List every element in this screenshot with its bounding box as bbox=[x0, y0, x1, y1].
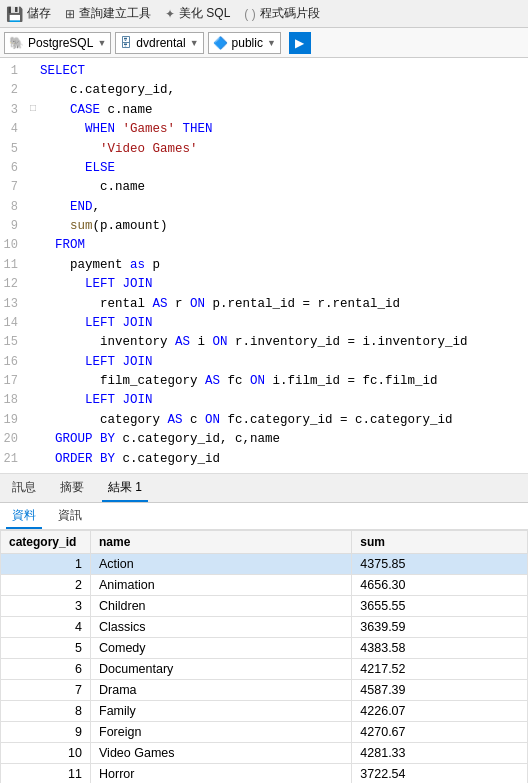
cell-sum: 4217.52 bbox=[352, 658, 528, 679]
run-button[interactable]: ▶ bbox=[289, 32, 311, 54]
save-icon: 💾 bbox=[6, 6, 23, 22]
token: p.rental_id = r.rental_id bbox=[205, 297, 400, 311]
query-label: 查詢建立工具 bbox=[79, 5, 151, 22]
token bbox=[40, 219, 70, 233]
cell-category-id: 5 bbox=[1, 637, 91, 658]
collapse-icon[interactable]: □ bbox=[26, 101, 40, 117]
token: SELECT bbox=[40, 64, 85, 78]
token: rental bbox=[40, 297, 153, 311]
schema-select[interactable]: 🔷 public ▼ bbox=[208, 32, 281, 54]
token: THEN bbox=[183, 122, 213, 136]
table-row[interactable]: 4Classics3639.59 bbox=[1, 616, 528, 637]
line-number: 21 bbox=[0, 450, 26, 469]
table-row[interactable]: 2Animation4656.30 bbox=[1, 574, 528, 595]
token: ORDER BY bbox=[40, 452, 115, 466]
line-number: 7 bbox=[0, 178, 26, 197]
table-row[interactable]: 11Horror3722.54 bbox=[1, 763, 528, 783]
token bbox=[115, 122, 123, 136]
query-builder-button[interactable]: ⊞ 查詢建立工具 bbox=[65, 5, 151, 22]
database-select[interactable]: 🗄 dvdrental ▼ bbox=[115, 32, 203, 54]
results-table: category_idnamesum 1Action4375.852Animat… bbox=[0, 530, 528, 783]
cell-category-id: 7 bbox=[1, 679, 91, 700]
code-content: category AS c ON fc.category_id = c.cate… bbox=[40, 411, 528, 430]
sql-line: 9 sum(p.amount) bbox=[0, 217, 528, 236]
save-button[interactable]: 💾 儲存 bbox=[6, 5, 51, 22]
token: AS bbox=[168, 413, 183, 427]
code-content: c.category_id, bbox=[40, 81, 528, 100]
line-number: 15 bbox=[0, 333, 26, 352]
sql-line: 11 payment as p bbox=[0, 256, 528, 275]
table-row[interactable]: 5Comedy4383.58 bbox=[1, 637, 528, 658]
column-header[interactable]: category_id bbox=[1, 530, 91, 553]
cell-category-id: 11 bbox=[1, 763, 91, 783]
sql-line: 20 GROUP BY c.category_id, c,name bbox=[0, 430, 528, 449]
schema-icon: 🔷 bbox=[213, 36, 228, 50]
connection-bar: 🐘 PostgreSQL ▼ 🗄 dvdrental ▼ 🔷 public ▼ … bbox=[0, 28, 528, 58]
token: c.category_id bbox=[115, 452, 220, 466]
sql-line: 10 FROM bbox=[0, 236, 528, 255]
beautify-button[interactable]: ✦ 美化 SQL bbox=[165, 5, 230, 22]
sub-tab[interactable]: 資訊 bbox=[52, 505, 88, 529]
column-header[interactable]: sum bbox=[352, 530, 528, 553]
bottom-tab[interactable]: 結果 1 bbox=[102, 476, 148, 502]
table-row[interactable]: 9Foreign4270.67 bbox=[1, 721, 528, 742]
line-number: 3 bbox=[0, 101, 26, 120]
table-row[interactable]: 8Family4226.07 bbox=[1, 700, 528, 721]
code-content: payment as p bbox=[40, 256, 528, 275]
db-engine-select[interactable]: 🐘 PostgreSQL ▼ bbox=[4, 32, 111, 54]
token: WHEN bbox=[85, 122, 115, 136]
table-row[interactable]: 1Action4375.85 bbox=[1, 553, 528, 574]
database-icon: 🗄 bbox=[120, 36, 132, 50]
sql-line: 19 category AS c ON fc.category_id = c.c… bbox=[0, 411, 528, 430]
pg-icon: 🐘 bbox=[9, 36, 24, 50]
cell-name: Action bbox=[91, 553, 352, 574]
sql-line: 6 ELSE bbox=[0, 159, 528, 178]
line-number: 5 bbox=[0, 140, 26, 159]
token bbox=[175, 122, 183, 136]
line-number: 8 bbox=[0, 198, 26, 217]
token: r bbox=[168, 297, 191, 311]
cell-name: Horror bbox=[91, 763, 352, 783]
token: c.name bbox=[100, 103, 153, 117]
token bbox=[40, 142, 100, 156]
cell-category-id: 9 bbox=[1, 721, 91, 742]
line-number: 10 bbox=[0, 236, 26, 255]
token: ON bbox=[205, 413, 220, 427]
token: payment bbox=[40, 258, 130, 272]
token: fc.category_id = c.category_id bbox=[220, 413, 453, 427]
token bbox=[40, 393, 85, 407]
code-content: WHEN 'Games' THEN bbox=[40, 120, 528, 139]
token: END bbox=[70, 200, 93, 214]
snippet-button[interactable]: ( ) 程式碼片段 bbox=[244, 5, 319, 22]
sub-tab[interactable]: 資料 bbox=[6, 505, 42, 529]
line-number: 9 bbox=[0, 217, 26, 236]
code-content: ELSE bbox=[40, 159, 528, 178]
token: ELSE bbox=[85, 161, 115, 175]
cell-name: Family bbox=[91, 700, 352, 721]
bottom-tab[interactable]: 摘要 bbox=[54, 476, 90, 502]
sql-line: 2 c.category_id, bbox=[0, 81, 528, 100]
token: ON bbox=[250, 374, 265, 388]
cell-sum: 4383.58 bbox=[352, 637, 528, 658]
cell-name: Children bbox=[91, 595, 352, 616]
cell-sum: 3722.54 bbox=[352, 763, 528, 783]
table-row[interactable]: 6Documentary4217.52 bbox=[1, 658, 528, 679]
table-row[interactable]: 3Children3655.55 bbox=[1, 595, 528, 616]
cell-name: Foreign bbox=[91, 721, 352, 742]
token: CASE bbox=[40, 103, 100, 117]
token bbox=[40, 161, 85, 175]
token: i.film_id = fc.film_id bbox=[265, 374, 438, 388]
cell-name: Animation bbox=[91, 574, 352, 595]
schema-label: public bbox=[232, 36, 263, 50]
cell-category-id: 4 bbox=[1, 616, 91, 637]
code-content: sum(p.amount) bbox=[40, 217, 528, 236]
table-row[interactable]: 7Drama4587.39 bbox=[1, 679, 528, 700]
column-header[interactable]: name bbox=[91, 530, 352, 553]
cell-sum: 3639.59 bbox=[352, 616, 528, 637]
table-row[interactable]: 10Video Games4281.33 bbox=[1, 742, 528, 763]
code-content: film_category AS fc ON i.film_id = fc.fi… bbox=[40, 372, 528, 391]
sql-editor[interactable]: 1SELECT2 c.category_id,3□ CASE c.name4 W… bbox=[0, 58, 528, 474]
bottom-tab[interactable]: 訊息 bbox=[6, 476, 42, 502]
token: GROUP BY bbox=[40, 432, 115, 446]
sub-tabs: 資料資訊 bbox=[0, 503, 528, 530]
